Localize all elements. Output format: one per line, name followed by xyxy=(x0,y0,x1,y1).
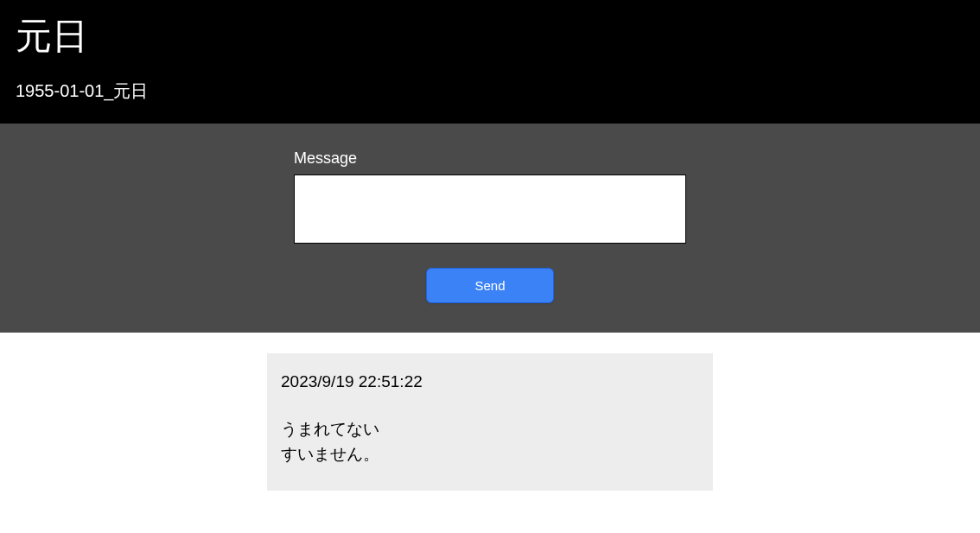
send-button[interactable]: Send xyxy=(426,268,554,303)
message-label: Message xyxy=(294,149,686,168)
page-title: 元日 xyxy=(16,12,964,60)
message-form-section: Message Send xyxy=(0,124,980,333)
page-subtitle: 1955-01-01_元日 xyxy=(16,79,964,103)
send-button-container: Send xyxy=(294,268,686,303)
comment-card: 2023/9/19 22:51:22 うまれてない すいません。 xyxy=(267,353,713,491)
message-form: Message Send xyxy=(294,149,686,303)
page-header: 元日 1955-01-01_元日 xyxy=(0,0,980,124)
comments-section: 2023/9/19 22:51:22 うまれてない すいません。 xyxy=(0,333,980,511)
comment-timestamp: 2023/9/19 22:51:22 xyxy=(281,372,699,391)
message-input[interactable] xyxy=(294,174,686,244)
comment-body: うまれてない すいません。 xyxy=(281,417,699,466)
